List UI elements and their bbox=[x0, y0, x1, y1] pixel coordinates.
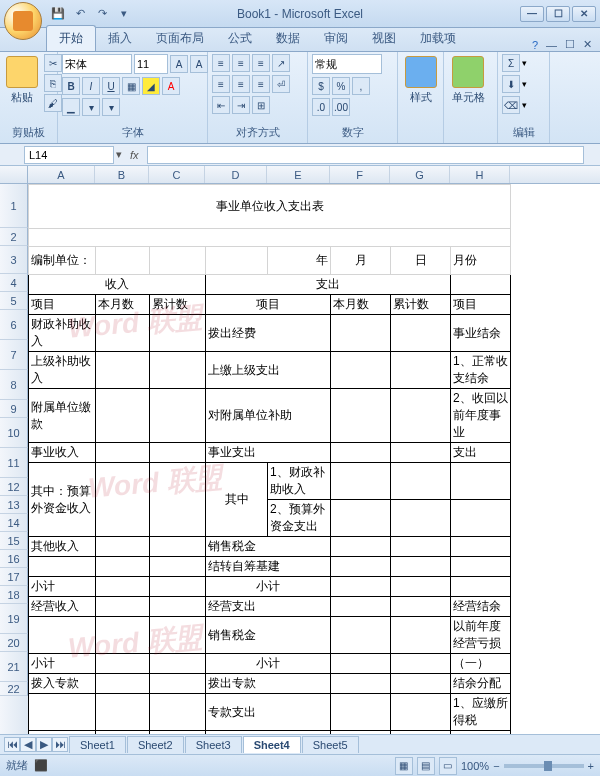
cell[interactable]: 1、正常收支结余 bbox=[451, 352, 511, 389]
namebox-dropdown-icon[interactable]: ▾ bbox=[116, 148, 122, 161]
cell[interactable]: 事业支出 bbox=[206, 443, 331, 463]
cell[interactable]: （一） bbox=[451, 654, 511, 674]
redo-icon[interactable]: ↷ bbox=[94, 6, 110, 22]
formula-bar[interactable] bbox=[147, 146, 584, 164]
increase-decimal-icon[interactable]: .0 bbox=[312, 98, 330, 116]
sheet-tab[interactable]: Sheet5 bbox=[302, 736, 359, 753]
cell[interactable]: 其他收入 bbox=[29, 537, 96, 557]
row-header[interactable]: 5 bbox=[0, 292, 28, 310]
name-box[interactable]: L14 bbox=[24, 146, 114, 164]
wrap-text-icon[interactable]: ⏎ bbox=[272, 75, 290, 93]
cell[interactable]: 本月数 bbox=[331, 295, 391, 315]
cell[interactable]: 本月数 bbox=[96, 295, 150, 315]
orientation-icon[interactable]: ↗ bbox=[272, 54, 290, 72]
increase-indent-icon[interactable]: ⇥ bbox=[232, 96, 250, 114]
help-icon[interactable]: ? bbox=[532, 39, 538, 51]
cell[interactable] bbox=[331, 463, 391, 500]
cell[interactable] bbox=[150, 389, 206, 443]
align-right-icon[interactable]: ≡ bbox=[252, 75, 270, 93]
row-header[interactable]: 19 bbox=[0, 604, 28, 634]
cell[interactable] bbox=[331, 537, 391, 557]
cell[interactable]: 对附属单位补助 bbox=[206, 389, 331, 443]
cell[interactable] bbox=[331, 731, 391, 735]
cell[interactable]: 日 bbox=[391, 247, 451, 275]
cell[interactable] bbox=[331, 443, 391, 463]
tab-layout[interactable]: 页面布局 bbox=[144, 26, 216, 51]
row-header[interactable]: 3 bbox=[0, 246, 28, 274]
cell[interactable] bbox=[96, 463, 150, 537]
worksheet-grid[interactable]: A B C D E F G H 123456789101112131415161… bbox=[0, 166, 600, 734]
cell[interactable]: 销售税金 bbox=[206, 617, 331, 654]
row-header[interactable]: 18 bbox=[0, 586, 28, 604]
cell[interactable] bbox=[391, 597, 451, 617]
align-left-icon[interactable]: ≡ bbox=[212, 75, 230, 93]
comma-icon[interactable]: , bbox=[352, 77, 370, 95]
cell[interactable] bbox=[150, 617, 206, 654]
align-bottom-icon[interactable]: ≡ bbox=[252, 54, 270, 72]
tab-view[interactable]: 视图 bbox=[360, 26, 408, 51]
row-header[interactable]: 1 bbox=[0, 184, 28, 228]
cell[interactable] bbox=[331, 315, 391, 352]
fill-color-button[interactable]: ◢ bbox=[142, 77, 160, 95]
cell[interactable] bbox=[96, 443, 150, 463]
clear-icon[interactable]: ⌫ bbox=[502, 96, 520, 114]
cell[interactable] bbox=[150, 443, 206, 463]
cell[interactable] bbox=[150, 674, 206, 694]
row-header[interactable]: 7 bbox=[0, 340, 28, 370]
cell[interactable] bbox=[96, 247, 150, 275]
cell[interactable]: 月份 bbox=[451, 247, 511, 275]
row-header[interactable]: 2 bbox=[0, 228, 28, 246]
close-button[interactable]: ✕ bbox=[572, 6, 596, 22]
cell[interactable] bbox=[96, 617, 150, 654]
sheet-tab[interactable]: Sheet2 bbox=[127, 736, 184, 753]
cell[interactable] bbox=[451, 577, 511, 597]
tab-insert[interactable]: 插入 bbox=[96, 26, 144, 51]
cell[interactable] bbox=[96, 352, 150, 389]
col-header[interactable]: A bbox=[28, 166, 95, 183]
sheet-table[interactable]: 事业单位收入支出表 编制单位： 年 月 日 月份 收入 支出 bbox=[28, 184, 511, 734]
font-size-combo[interactable]: 11 bbox=[134, 54, 168, 74]
row-header[interactable]: 15 bbox=[0, 532, 28, 550]
row-header[interactable]: 11 bbox=[0, 448, 28, 478]
merge-center-icon[interactable]: ⊞ bbox=[252, 96, 270, 114]
cell[interactable]: 拨出经费 bbox=[206, 315, 331, 352]
currency-icon[interactable]: $ bbox=[312, 77, 330, 95]
border-button[interactable]: ▦ bbox=[122, 77, 140, 95]
fx-icon[interactable]: fx bbox=[130, 149, 139, 161]
cell[interactable] bbox=[150, 577, 206, 597]
cell[interactable] bbox=[96, 674, 150, 694]
row-header[interactable]: 20 bbox=[0, 634, 28, 652]
cell[interactable] bbox=[150, 694, 206, 731]
cell[interactable] bbox=[331, 577, 391, 597]
cell[interactable] bbox=[29, 557, 96, 577]
cell[interactable]: 事业收入 bbox=[29, 443, 96, 463]
cell[interactable] bbox=[391, 731, 451, 735]
fill-dropdown-icon[interactable]: ▾ bbox=[82, 98, 100, 116]
cell[interactable] bbox=[150, 537, 206, 557]
cell[interactable] bbox=[150, 352, 206, 389]
cell[interactable]: 经营支出 bbox=[206, 597, 331, 617]
cell[interactable] bbox=[391, 389, 451, 443]
cell[interactable] bbox=[96, 694, 150, 731]
minimize-ribbon-icon[interactable]: — bbox=[546, 39, 557, 51]
cell[interactable] bbox=[391, 352, 451, 389]
row-header[interactable]: 4 bbox=[0, 274, 28, 292]
styles-button[interactable]: 样式 bbox=[402, 54, 439, 107]
zoom-out-button[interactable]: − bbox=[493, 760, 499, 772]
sheet-nav-next-icon[interactable]: ▶ bbox=[36, 737, 52, 752]
cell[interactable]: 上级补助收入 bbox=[29, 352, 96, 389]
align-top-icon[interactable]: ≡ bbox=[212, 54, 230, 72]
col-header[interactable]: C bbox=[149, 166, 205, 183]
cell[interactable] bbox=[391, 674, 451, 694]
cell[interactable] bbox=[451, 463, 511, 500]
align-middle-icon[interactable]: ≡ bbox=[232, 54, 250, 72]
col-header[interactable]: H bbox=[450, 166, 510, 183]
cell[interactable] bbox=[331, 674, 391, 694]
office-button[interactable] bbox=[4, 2, 42, 40]
cell[interactable] bbox=[150, 315, 206, 352]
cell[interactable] bbox=[331, 617, 391, 654]
sheet-nav-last-icon[interactable]: ⏭ bbox=[52, 737, 68, 752]
cell[interactable] bbox=[331, 694, 391, 731]
cell[interactable] bbox=[331, 557, 391, 577]
sheet-nav-prev-icon[interactable]: ◀ bbox=[20, 737, 36, 752]
